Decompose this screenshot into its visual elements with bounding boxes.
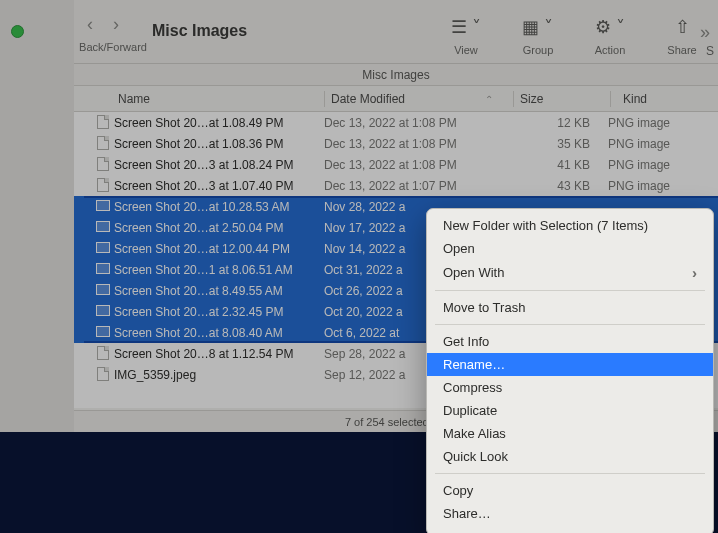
file-icon (92, 326, 114, 339)
file-icon (92, 136, 114, 152)
column-header-date[interactable]: Date Modified ⌃ (325, 92, 513, 106)
sidebar (0, 0, 74, 432)
file-icon (92, 200, 114, 213)
menu-item-label: Compress (443, 380, 502, 395)
file-icon (92, 263, 114, 276)
menu-item[interactable]: Open With (427, 260, 713, 285)
file-kind: PNG image (604, 137, 718, 151)
toolbar-overflow-icon[interactable]: » (700, 22, 710, 43)
file-name: Screen Shot 20…at 12.00.44 PM (114, 242, 324, 256)
menu-item[interactable]: New Folder with Selection (7 Items) (427, 214, 713, 237)
file-kind: PNG image (604, 179, 718, 193)
column-header-kind[interactable]: Kind (611, 92, 718, 106)
file-icon (92, 367, 114, 383)
context-menu: New Folder with Selection (7 Items)OpenO… (426, 208, 714, 533)
column-header-date-label: Date Modified (331, 92, 405, 106)
menu-item[interactable]: Compress (427, 376, 713, 399)
file-icon (92, 178, 114, 194)
menu-item[interactable]: Move to Trash (427, 296, 713, 319)
back-forward-label: Back/Forward (74, 41, 152, 53)
file-name: Screen Shot 20…at 10.28.53 AM (114, 200, 324, 214)
menu-item-label: Share… (443, 506, 491, 521)
list-view-icon: ☰ ˅ (430, 16, 502, 38)
file-size: 35 KB (512, 137, 604, 151)
menu-item[interactable]: Open (427, 237, 713, 260)
file-icon (92, 221, 114, 234)
menu-item-label: New Folder with Selection (7 Items) (443, 218, 648, 233)
menu-item[interactable]: Quick Look (427, 445, 713, 468)
file-row[interactable]: Screen Shot 20…3 at 1.08.24 PMDec 13, 20… (74, 154, 718, 175)
group-button[interactable]: ▦ ˅ Group (502, 0, 574, 56)
menu-item[interactable]: Copy (427, 479, 713, 502)
file-name: Screen Shot 20…at 8.49.55 AM (114, 284, 324, 298)
file-icon (92, 242, 114, 255)
menu-item-label: Quick Look (443, 449, 508, 464)
menu-item-label: Duplicate (443, 403, 497, 418)
column-header-size[interactable]: Size (514, 92, 610, 106)
file-name: Screen Shot 20…at 2.50.04 PM (114, 221, 324, 235)
menu-item[interactable]: Share… (427, 502, 713, 525)
view-button[interactable]: ☰ ˅ View (430, 0, 502, 56)
file-name: Screen Shot 20…at 8.08.40 AM (114, 326, 324, 340)
window-title: Misc Images (152, 0, 322, 40)
file-date: Dec 13, 2022 at 1:08 PM (324, 158, 512, 172)
file-icon (92, 346, 114, 362)
file-row[interactable]: Screen Shot 20…at 1.08.49 PMDec 13, 2022… (74, 112, 718, 133)
action-label: Action (574, 44, 646, 56)
menu-item[interactable]: Get Info (427, 330, 713, 353)
column-header-name[interactable]: Name (74, 92, 324, 106)
menu-separator (435, 290, 705, 291)
file-size: 41 KB (512, 158, 604, 172)
action-button[interactable]: ⚙︎ ˅ Action (574, 0, 646, 56)
file-name: Screen Shot 20…1 at 8.06.51 AM (114, 263, 324, 277)
file-icon (92, 157, 114, 173)
chevron-left-right-icon: ‹› (74, 14, 152, 35)
column-headers: Name Date Modified ⌃ Size Kind (74, 86, 718, 112)
menu-item-label: Open (443, 241, 475, 256)
file-name: Screen Shot 20…8 at 1.12.54 PM (114, 347, 324, 361)
menu-item-label: Rename… (443, 357, 505, 372)
file-date: Dec 13, 2022 at 1:08 PM (324, 137, 512, 151)
group-label: Group (502, 44, 574, 56)
file-row[interactable]: Screen Shot 20…3 at 1.07.40 PMDec 13, 20… (74, 175, 718, 196)
file-name: Screen Shot 20…at 2.32.45 PM (114, 305, 324, 319)
menu-item-label: Move to Trash (443, 300, 525, 315)
file-date: Dec 13, 2022 at 1:07 PM (324, 179, 512, 193)
view-label: View (430, 44, 502, 56)
overflow-hint: S (706, 44, 714, 58)
file-icon (92, 115, 114, 131)
window-zoom-button[interactable] (11, 25, 24, 38)
menu-item[interactable]: Rename… (427, 353, 713, 376)
toolbar: ‹› Back/Forward Misc Images ☰ ˅ View ▦ ˅… (74, 0, 718, 64)
menu-item-label: Open With (443, 265, 504, 280)
file-name: Screen Shot 20…3 at 1.08.24 PM (114, 158, 324, 172)
file-icon (92, 284, 114, 297)
menu-item-label: Make Alias (443, 426, 506, 441)
file-name: Screen Shot 20…at 1.08.36 PM (114, 137, 324, 151)
menu-separator (435, 324, 705, 325)
back-forward-group[interactable]: ‹› Back/Forward (74, 0, 152, 53)
menu-item-label: Copy (443, 483, 473, 498)
file-kind: PNG image (604, 116, 718, 130)
file-size: 12 KB (512, 116, 604, 130)
sort-indicator-icon: ⌃ (485, 94, 493, 105)
menu-item-label: Get Info (443, 334, 489, 349)
file-name: IMG_5359.jpeg (114, 368, 324, 382)
grid-icon: ▦ ˅ (502, 16, 574, 38)
gear-icon: ⚙︎ ˅ (574, 16, 646, 38)
file-kind: PNG image (604, 158, 718, 172)
file-row[interactable]: Screen Shot 20…at 1.08.36 PMDec 13, 2022… (74, 133, 718, 154)
path-subheader: Misc Images (74, 64, 718, 86)
file-name: Screen Shot 20…3 at 1.07.40 PM (114, 179, 324, 193)
menu-separator (435, 473, 705, 474)
menu-item[interactable]: Duplicate (427, 399, 713, 422)
file-name: Screen Shot 20…at 1.08.49 PM (114, 116, 324, 130)
file-date: Dec 13, 2022 at 1:08 PM (324, 116, 512, 130)
file-icon (92, 305, 114, 318)
menu-item[interactable]: Make Alias (427, 422, 713, 445)
file-size: 43 KB (512, 179, 604, 193)
